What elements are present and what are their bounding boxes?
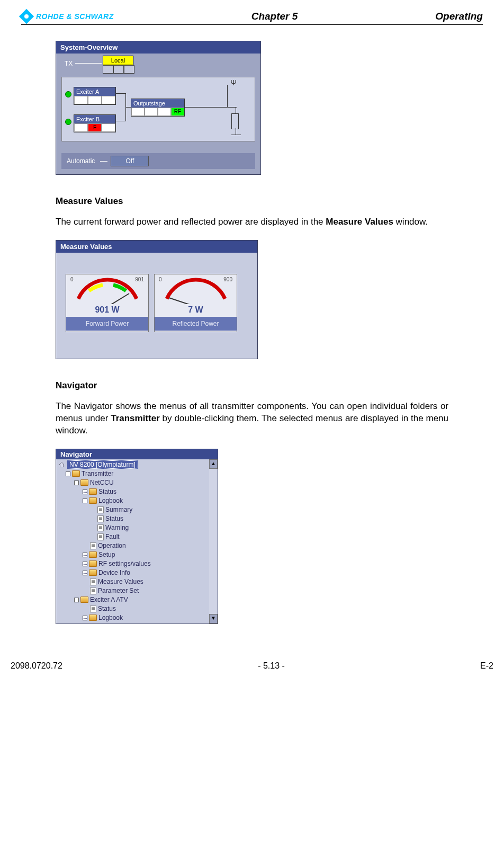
- document-icon: [97, 515, 104, 522]
- tree-toggle-icon[interactable]: [83, 499, 87, 503]
- tree-item-setup[interactable]: ⊸ Setup: [58, 550, 207, 559]
- brand-logo: ROHDE & SCHWARZ: [21, 11, 114, 22]
- tree-item-warning[interactable]: Warning: [58, 523, 207, 532]
- reflected-power-gauge: 0 900 7 W Reflected Power: [154, 274, 237, 332]
- wire: [115, 93, 126, 94]
- page-header: ROHDE & SCHWARZ Chapter 5 Operating: [21, 11, 483, 25]
- scroll-up-icon[interactable]: ▲: [209, 459, 218, 469]
- tree-toggle-icon[interactable]: [74, 481, 79, 485]
- tree-label: Exciter A ATV: [90, 596, 128, 603]
- automatic-row: Automatic Off: [61, 153, 255, 169]
- tree-item-paramset[interactable]: Parameter Set: [58, 586, 207, 595]
- tree-label: Operation: [98, 542, 126, 549]
- resistor-icon: [231, 113, 239, 129]
- folder-icon: [72, 470, 80, 477]
- navigator-scrollbar[interactable]: ▲ ▼: [209, 459, 218, 624]
- document-icon: [90, 542, 96, 549]
- tree-item-fault[interactable]: Fault: [58, 532, 207, 541]
- document-icon: [97, 533, 104, 540]
- tree-toggle-icon[interactable]: ⊸: [83, 490, 87, 494]
- tx-line: [75, 63, 102, 64]
- text-run: window.: [393, 217, 428, 227]
- block-diagram: Exciter A Exciter B F: [61, 77, 255, 141]
- folder-icon: [89, 497, 97, 504]
- document-icon: [90, 588, 96, 594]
- document-icon: [90, 579, 96, 585]
- tree-item-measure[interactable]: Measure Values: [58, 577, 207, 586]
- tree-label: Device Info: [98, 569, 130, 576]
- folder-icon: [80, 597, 88, 603]
- tree-label: Summary: [105, 506, 132, 513]
- tree-item-netccu[interactable]: NetCCU: [58, 478, 207, 487]
- exciter-a-block[interactable]: Exciter A: [74, 87, 116, 105]
- tree-item-exciterAatv[interactable]: Exciter A ATV: [58, 595, 207, 604]
- reflected-power-label: Reflected Power: [155, 317, 237, 331]
- tree-item-logbook[interactable]: Logbook: [58, 496, 207, 505]
- navigator-tree[interactable]: NV 8200 [Olympiaturm] Transmitter NetCCU: [56, 459, 209, 624]
- folder-icon: [89, 551, 97, 558]
- tree-label: Setup: [98, 551, 115, 558]
- folder-icon: [89, 560, 97, 567]
- system-overview-title: System-Overview: [56, 41, 260, 54]
- tree-item-transmitter[interactable]: Transmitter: [58, 469, 207, 478]
- exciter-a-cell: [88, 96, 102, 104]
- folder-icon: [89, 488, 97, 495]
- page-footer: 2098.0720.72 - 5.13 - E-2: [0, 645, 504, 681]
- footer-right: E-2: [480, 661, 493, 671]
- tree-item-logbook2[interactable]: ⊸ Logbook: [58, 613, 207, 622]
- outputstage-cell: [158, 108, 171, 116]
- exciter-b-cell: [74, 123, 88, 132]
- footer-center: - 5.13 -: [258, 661, 285, 671]
- tree-label: Logbook: [98, 497, 123, 504]
- tree-root[interactable]: NV 8200 [Olympiaturm]: [58, 460, 207, 469]
- outputstage-block[interactable]: Outputstage RF: [131, 99, 185, 117]
- tree-toggle-icon[interactable]: [66, 471, 70, 476]
- tree-label: Logbook: [98, 614, 123, 621]
- text-run: The current forward power and reflected …: [56, 217, 326, 227]
- local-cells: [103, 65, 134, 74]
- document-icon: [97, 506, 104, 513]
- status-dot-exciter-a: [65, 91, 71, 97]
- navigator-description: The Navigator shows the menus of all tra…: [56, 401, 448, 437]
- scroll-track[interactable]: [209, 469, 218, 614]
- folder-icon: [89, 615, 97, 621]
- measure-values-description: The current forward power and reflected …: [56, 216, 448, 228]
- text-bold: Transmitter: [111, 413, 160, 423]
- home-icon: [58, 461, 65, 468]
- tree-item-operation[interactable]: Operation: [58, 541, 207, 550]
- scroll-down-icon[interactable]: ▼: [209, 614, 218, 624]
- tree-item-deviceinfo[interactable]: ⊸ Device Info: [58, 568, 207, 577]
- tree-item-status3[interactable]: Status: [58, 604, 207, 613]
- exciter-b-cell: [102, 123, 115, 132]
- tree-toggle-icon[interactable]: ⊸: [83, 553, 87, 557]
- tree-toggle-icon[interactable]: ⊸: [83, 616, 87, 620]
- navigator-panel: Navigator NV 8200 [Olympiaturm] Transmit…: [56, 449, 218, 624]
- navigator-heading: Navigator: [56, 380, 448, 391]
- exciter-b-block[interactable]: Exciter B F: [74, 114, 116, 132]
- tree-toggle-icon[interactable]: [74, 598, 79, 602]
- tree-toggle-icon[interactable]: ⊸: [83, 562, 87, 566]
- local-cell: [124, 65, 134, 74]
- forward-power-gauge: 0 901 901 W Forward Power: [66, 274, 149, 332]
- tree-label: RF settings/values: [98, 560, 151, 567]
- exciter-a-cell: [74, 96, 88, 104]
- forward-arc-icon: [73, 278, 142, 304]
- tree-label: Status: [105, 515, 123, 522]
- tree-label: Fault: [105, 533, 120, 540]
- measure-values-heading: Measure Values: [56, 196, 448, 207]
- tree-item-status2[interactable]: Status: [58, 514, 207, 523]
- local-cell: [103, 65, 113, 74]
- measure-values-panel: Measure Values 0 901 901 W Forwa: [56, 240, 258, 359]
- auto-line: [100, 161, 107, 162]
- outputstage-cell: [131, 108, 145, 116]
- tree-item-status[interactable]: ⊸ Status: [58, 487, 207, 496]
- tree-toggle-icon[interactable]: ⊸: [83, 571, 87, 575]
- local-cell: [113, 65, 124, 74]
- chapter-title: Chapter 5: [251, 11, 298, 22]
- tree-label: Parameter Set: [98, 587, 139, 594]
- wire: [125, 107, 126, 121]
- tree-item-rfsettings[interactable]: ⊸ RF settings/values: [58, 559, 207, 568]
- automatic-state[interactable]: Off: [111, 156, 149, 166]
- tree-item-summary[interactable]: Summary: [58, 505, 207, 514]
- local-indicator: Local: [103, 56, 133, 65]
